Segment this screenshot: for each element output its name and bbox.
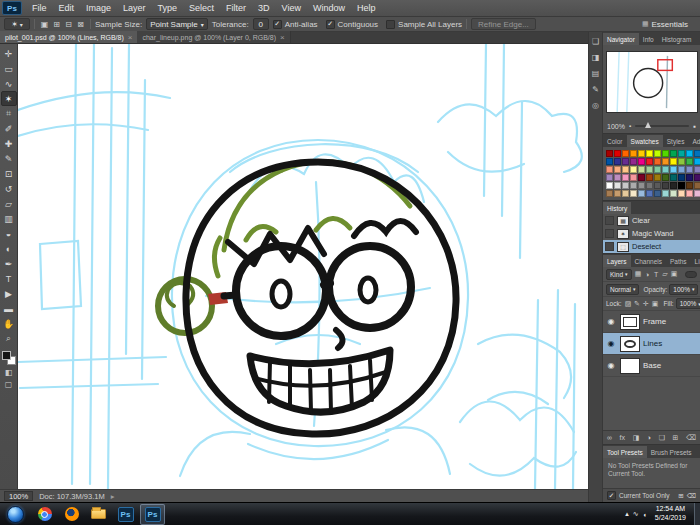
color-swatch[interactable] [638,158,645,165]
screen-mode-icon[interactable]: ▢ [1,378,17,390]
workspace-switcher[interactable]: ▦ Essentials [634,20,696,29]
color-swatch[interactable] [622,182,629,189]
layer-filter-kind-select[interactable]: Kind ▾ [606,269,632,280]
color-swatch[interactable] [638,190,645,197]
adjustment-layer-icon[interactable]: ◑ [647,434,651,441]
color-swatch[interactable] [646,174,653,181]
menu-type[interactable]: Type [152,0,184,16]
checkbox-anti-alias[interactable]: ✓Anti-alias [273,20,318,29]
color-swatch[interactable] [694,174,700,181]
color-swatch[interactable] [670,182,677,189]
lock-pixels-icon[interactable]: ✎ [633,299,642,309]
new-selection-icon[interactable]: ▣ [39,19,50,30]
filter-adjustment-layers-icon[interactable]: ◑ [643,269,652,279]
color-swatch[interactable] [646,150,653,157]
color-swatch[interactable] [670,166,677,173]
color-swatch[interactable] [686,158,693,165]
photoshop-logo[interactable]: Ps [2,1,22,15]
color-swatch[interactable] [622,166,629,173]
move-tool[interactable]: ✛ [1,46,17,61]
color-swatch[interactable] [646,158,653,165]
taskbar-chrome-icon[interactable] [32,504,57,525]
zoom-level-field[interactable]: 100% [4,491,33,501]
color-swatch[interactable] [694,190,700,197]
color-swatch[interactable] [670,190,677,197]
clone-stamp-tool[interactable]: ⊡ [1,166,17,181]
color-swatch[interactable] [630,174,637,181]
color-swatch[interactable] [654,182,661,189]
collapsed-panel-icon-2[interactable]: ◨ [592,53,600,62]
color-swatch[interactable] [662,166,669,173]
taskbar-firefox-icon[interactable] [59,504,84,525]
filter-smart-objects-icon[interactable]: ▣ [670,269,679,279]
eyedropper-tool[interactable]: ✐ [1,121,17,136]
magic-wand-tool[interactable]: ✶ [1,91,17,106]
lock-position-icon[interactable]: ✛ [642,299,651,309]
status-flyout-icon[interactable]: ▸ [111,492,115,501]
navigator-tab-navigator[interactable]: Navigator [603,33,639,45]
color-swatch[interactable] [606,158,613,165]
foreground-color-swatch[interactable] [2,351,11,360]
subtract-from-selection-icon[interactable]: ⊟ [63,19,74,30]
delete-layer-icon[interactable]: ⌫ [686,434,696,442]
color-swatch[interactable] [654,190,661,197]
color-swatch[interactable] [694,166,700,173]
color-swatch[interactable] [630,158,637,165]
color-swatch[interactable] [614,150,621,157]
taskbar-explorer-icon[interactable] [86,504,111,525]
type-tool[interactable]: T [1,271,17,286]
tray-expand-icon[interactable]: ▴ [625,510,629,518]
color-swatch[interactable] [646,166,653,173]
color-swatch[interactable] [614,158,621,165]
menu-filter[interactable]: Filter [220,0,252,16]
history-state-clear[interactable]: ▦Clear [603,214,700,227]
tray-network-icon[interactable]: ∿ [633,510,639,518]
layer-row-frame[interactable]: ◉Frame [603,311,700,333]
menu-file[interactable]: File [26,0,53,16]
swatches-tab-swatches[interactable]: Swatches [627,135,663,147]
color-swatch[interactable] [670,174,677,181]
document-tab-pilot-001-psd[interactable]: pilot_001.psd @ 100% (Lines, RGB/8)× [0,31,137,43]
color-swatch[interactable] [662,174,669,181]
color-swatch[interactable] [654,150,661,157]
color-swatch[interactable] [606,150,613,157]
filter-shape-layers-icon[interactable]: ▱ [661,269,670,279]
blend-mode-select[interactable]: Normal ▾ [606,284,639,295]
layer-mask-icon[interactable]: ◨ [633,434,640,442]
close-tab-icon[interactable]: × [128,33,133,42]
navigator-tab-histogram[interactable]: Histogram [658,33,696,45]
color-swatch[interactable] [638,174,645,181]
tool-presets-tab-tool-presets[interactable]: Tool Presets [603,446,647,458]
color-swatch[interactable] [622,158,629,165]
color-swatch[interactable] [694,150,700,157]
fill-field[interactable]: 100% ▾ [676,298,700,309]
color-swatch[interactable] [678,158,685,165]
zoom-out-icon[interactable]: ▪ [629,123,631,129]
new-group-icon[interactable]: ❏ [659,434,665,442]
collapsed-panel-icon-4[interactable]: ✎ [592,85,599,94]
history-brush-tool[interactable]: ↺ [1,181,17,196]
color-swatch[interactable] [678,166,685,173]
close-tab-icon[interactable]: × [280,33,285,42]
history-brush-source-box[interactable] [605,216,614,225]
color-swatch[interactable] [654,174,661,181]
lock-all-icon[interactable]: ▣ [651,299,660,309]
eraser-tool[interactable]: ▱ [1,196,17,211]
lasso-tool[interactable]: ∿ [1,76,17,91]
color-swatch[interactable] [662,158,669,165]
color-swatch[interactable] [638,150,645,157]
color-swatch[interactable] [630,166,637,173]
add-to-selection-icon[interactable]: ⊞ [51,19,62,30]
new-preset-icon[interactable]: ⊞ [678,492,683,500]
collapsed-panel-icon-3[interactable]: ▤ [592,69,600,78]
color-swatch[interactable] [606,174,613,181]
dodge-tool[interactable]: ◐ [1,241,17,256]
color-swatch[interactable] [662,190,669,197]
color-swatch[interactable] [614,174,621,181]
navigator-zoom-value[interactable]: 100% [607,123,625,130]
color-swatch[interactable] [686,166,693,173]
history-tab-history[interactable]: History [603,202,631,214]
history-brush-source-box[interactable] [605,242,614,251]
color-swatch[interactable] [662,150,669,157]
layer-style-icon[interactable]: fx [620,434,625,441]
